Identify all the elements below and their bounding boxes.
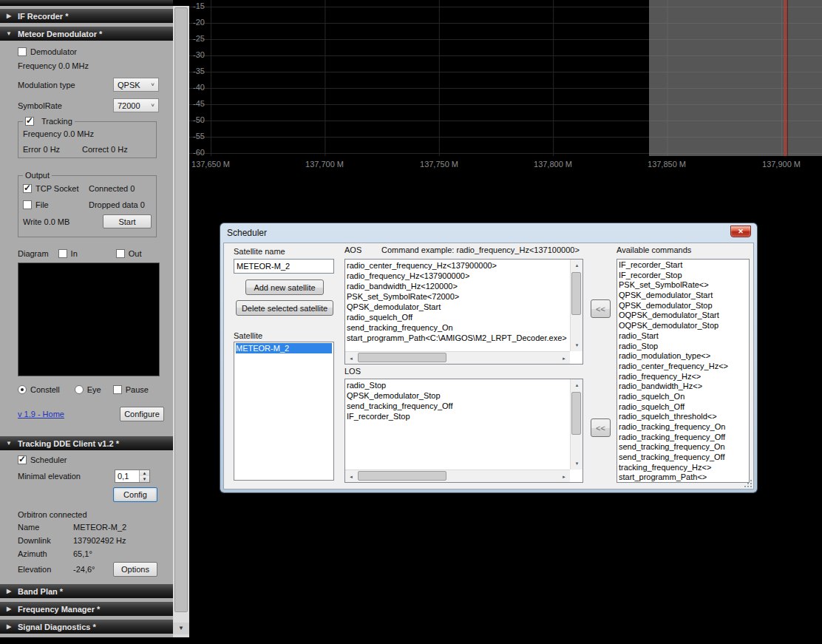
- panel-header-frequency-manager[interactable]: Frequency Manager *: [0, 602, 173, 616]
- available-command-item[interactable]: radio_bandwidth_Hz<>: [619, 382, 747, 392]
- available-command-item[interactable]: radio_squelch_threshold<>: [619, 412, 747, 422]
- scroll-left-icon[interactable]: [345, 352, 357, 365]
- scroll-down-icon[interactable]: [571, 339, 583, 351]
- collapsed-panel-stub[interactable]: [0, 0, 173, 6]
- spinner-buttons[interactable]: ▲ ▼: [139, 470, 149, 482]
- scroll-right-icon[interactable]: [558, 470, 570, 483]
- aos-commands-listbox[interactable]: radio_center_frequency_Hz<137900000>radi…: [344, 259, 583, 365]
- available-command-item[interactable]: tracking_frequency_Hz<>: [619, 463, 747, 473]
- panel-header-meteor-demodulator[interactable]: Meteor Demodulator *: [0, 27, 173, 41]
- available-command-item[interactable]: PSK_set_SymbolRate<>: [619, 280, 747, 291]
- available-command-item[interactable]: radio_tracking_frequency_Off: [619, 433, 747, 443]
- panel-header-tracking-dde[interactable]: Tracking DDE Client v1.2 *: [0, 436, 173, 450]
- aos-command-item[interactable]: QPSK_demodulator_Start: [347, 302, 569, 312]
- scrollbar-thumb[interactable]: [174, 7, 188, 612]
- aos-command-item[interactable]: radio_frequency_Hz<137900000>: [347, 271, 569, 281]
- sidebar-scrollbar[interactable]: [173, 6, 189, 637]
- scroll-up-icon[interactable]: [571, 260, 583, 271]
- eye-radio[interactable]: [75, 385, 84, 394]
- available-command-item[interactable]: radio_Start: [619, 331, 747, 342]
- add-new-satellite-button[interactable]: Add new satellite: [245, 279, 324, 295]
- los-command-item[interactable]: send_tracking_frequency_Off: [347, 401, 569, 411]
- los-command-item[interactable]: IF_recorder_Stop: [347, 411, 569, 421]
- move-to-los-button[interactable]: <<: [591, 418, 611, 437]
- scroll-right-icon[interactable]: [558, 352, 570, 365]
- available-command-item[interactable]: OQPSK_demodulator_Stop: [619, 321, 747, 331]
- scrollbar-down-arrow-icon[interactable]: [173, 623, 189, 634]
- config-button[interactable]: Config: [113, 487, 157, 502]
- start-button[interactable]: Start: [103, 214, 152, 228]
- tcp-socket-checkbox[interactable]: [23, 184, 32, 193]
- tracking-checkbox[interactable]: [25, 117, 34, 126]
- spectrum-plot[interactable]: -15-20-25-30-35-40-45-50-55-60: [189, 0, 822, 156]
- satellite-listbox[interactable]: METEOR-M_2: [234, 342, 334, 481]
- available-command-item[interactable]: radio_squelch_On: [619, 392, 747, 402]
- available-command-item[interactable]: radio_squelch_Off: [619, 402, 747, 413]
- aos-vertical-scrollbar[interactable]: [570, 260, 582, 351]
- aos-horizontal-scrollbar[interactable]: [345, 351, 570, 364]
- available-command-item[interactable]: radio_tracking_frequency_On: [619, 422, 747, 433]
- scrollbar-thumb[interactable]: [358, 471, 446, 481]
- diagram-out-checkbox[interactable]: [116, 249, 125, 258]
- aos-command-item[interactable]: start_programm_Path<C:\AMIGOS\M2_LRPT_De…: [347, 333, 569, 343]
- file-checkbox[interactable]: [23, 200, 32, 209]
- pause-checkbox[interactable]: [113, 385, 122, 394]
- tuning-frequency-line[interactable]: [784, 0, 786, 156]
- los-command-item[interactable]: QPSK_demodulator_Stop: [347, 390, 569, 401]
- aos-command-item[interactable]: radio_squelch_Off: [347, 312, 569, 322]
- minimal-elevation-spinner[interactable]: 0,1 ▲ ▼: [115, 470, 150, 483]
- available-commands-listbox[interactable]: IF_recorder_StartIF_recorder_StopPSK_set…: [616, 259, 750, 483]
- dialog-titlebar[interactable]: Scheduler: [220, 223, 757, 243]
- spinner-up-icon[interactable]: ▲: [140, 470, 149, 476]
- scroll-down-icon[interactable]: [571, 458, 583, 470]
- los-horizontal-scrollbar[interactable]: [345, 470, 570, 482]
- symbolrate-select[interactable]: 72000: [113, 98, 159, 112]
- panel-header-if-recorder[interactable]: IF Recorder *: [0, 9, 173, 23]
- scheduler-checkbox[interactable]: [18, 455, 27, 464]
- available-command-item[interactable]: send_tracking_frequency_On: [619, 442, 747, 453]
- minimal-elevation-value[interactable]: 0,1: [115, 470, 139, 482]
- los-commands-listbox[interactable]: radio_StopQPSK_demodulator_Stopsend_trac…: [344, 379, 583, 483]
- available-command-item[interactable]: IF_recorder_Stop: [619, 271, 747, 281]
- available-command-item[interactable]: IF_recorder_Start: [619, 260, 747, 271]
- scroll-left-icon[interactable]: [345, 470, 357, 483]
- demod-frequency-label: Frequency 0.0 MHz: [18, 61, 89, 70]
- scrollbar-thumb[interactable]: [571, 392, 581, 435]
- aos-command-item[interactable]: radio_center_frequency_Hz<137900000>: [347, 260, 569, 271]
- available-command-item[interactable]: radio_Stop: [619, 342, 747, 352]
- available-command-item[interactable]: OQPSK_demodulator_Start: [619, 311, 747, 321]
- aos-command-item[interactable]: PSK_set_SymbolRate<72000>: [347, 291, 569, 302]
- los-command-item[interactable]: radio_Stop: [347, 380, 569, 390]
- panel-header-signal-diagnostics[interactable]: Signal Diagnostics *: [0, 620, 173, 634]
- satellite-name-input[interactable]: [234, 259, 334, 274]
- available-command-item[interactable]: radio_frequency_Hz<>: [619, 372, 747, 382]
- los-vertical-scrollbar[interactable]: [570, 379, 582, 470]
- version-home-link[interactable]: v 1.9 - Home: [18, 410, 64, 418]
- available-command-item[interactable]: QPSK_demodulator_Stop: [619, 301, 747, 311]
- available-command-item[interactable]: radio_center_frequency_Hz<>: [619, 362, 747, 372]
- diagram-in-checkbox[interactable]: [58, 249, 67, 258]
- configure-button[interactable]: Configure: [120, 407, 164, 421]
- diagram-in-label: In: [71, 249, 78, 258]
- modulation-select[interactable]: QPSK: [113, 78, 159, 92]
- satellite-list-item[interactable]: METEOR-M_2: [236, 343, 332, 353]
- available-command-item[interactable]: start_programm_Path<>: [619, 472, 747, 481]
- move-to-aos-button[interactable]: <<: [591, 299, 611, 318]
- panel-header-band-plan[interactable]: Band Plan *: [0, 584, 173, 598]
- aos-command-item[interactable]: radio_bandwidth_Hz<120000>: [347, 281, 569, 291]
- constell-radio[interactable]: [18, 385, 27, 394]
- scrollbar-thumb[interactable]: [571, 272, 581, 315]
- available-command-item[interactable]: QPSK_demodulator_Start: [619, 291, 747, 301]
- delete-selected-satellite-button[interactable]: Delete selected satellite: [236, 300, 333, 316]
- options-button[interactable]: Options: [113, 562, 157, 577]
- scrollbar-thumb[interactable]: [358, 353, 446, 362]
- available-command-item[interactable]: send_tracking_frequency_Off: [619, 453, 747, 463]
- demodulator-checkbox[interactable]: [18, 47, 27, 56]
- available-command-item[interactable]: radio_modulation_type<>: [619, 351, 747, 362]
- spinner-down-icon[interactable]: ▼: [140, 476, 149, 482]
- close-icon[interactable]: [730, 226, 751, 237]
- scroll-up-icon[interactable]: [571, 379, 583, 391]
- resize-grip-icon[interactable]: [750, 486, 752, 487]
- aos-command-item[interactable]: send_tracking_frequency_On: [347, 322, 569, 333]
- filter-bandwidth-band[interactable]: [649, 0, 822, 156]
